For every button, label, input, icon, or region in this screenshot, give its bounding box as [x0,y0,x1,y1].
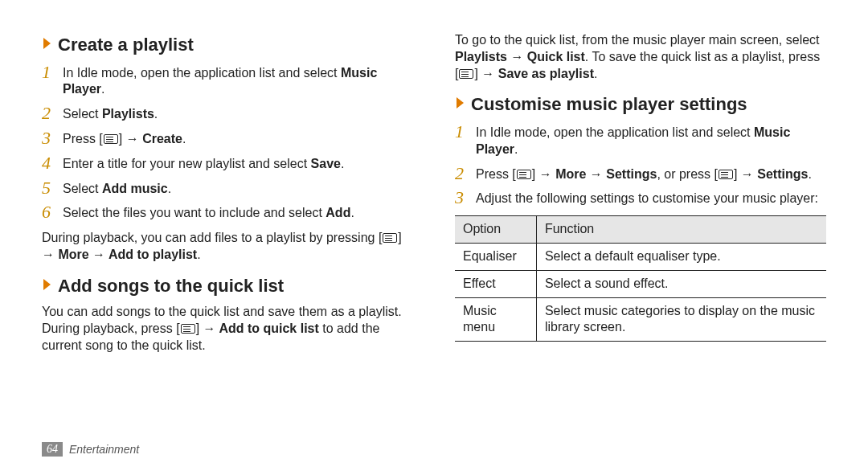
create-playlist-note: During playback, you can add files to a … [42,230,413,264]
quick-list-paragraph: You can add songs to the quick list and … [42,304,413,354]
step-body: Select the files you want to include and… [63,203,413,222]
step: 3 Press [] → Create. [42,129,413,148]
menu-icon [181,324,195,334]
step: 2 Press [] → More → Settings, or press [… [455,165,826,183]
table-row: Equaliser Select a default equaliser typ… [455,243,826,270]
step-body: Select Add music. [63,179,413,198]
customise-steps: 1 In Idle mode, open the application lis… [455,123,826,207]
step: 2 Select Playlists. [42,104,413,123]
cell-option: Equaliser [455,243,536,270]
heading-create-playlist: Create a playlist [42,34,413,57]
step: 1 In Idle mode, open the application lis… [455,123,826,158]
step-body: In Idle mode, open the application list … [476,123,826,158]
step-number: 2 [42,104,63,122]
chevron-right-icon [42,275,53,298]
menu-icon [104,134,118,144]
step-number: 3 [455,189,476,207]
step: 3 Adjust the following settings to custo… [455,189,826,207]
menu-icon [459,69,473,79]
table-row: Effect Select a sound effect. [455,270,826,297]
step: 5 Select Add music. [42,179,413,198]
step: 6 Select the files you want to include a… [42,203,413,222]
step-number: 6 [42,203,63,221]
step-number: 3 [42,129,63,147]
step-body: Enter a title for your new playlist and … [63,154,413,173]
heading-quick-list: Add songs to the quick list [42,275,413,298]
step-number: 1 [42,63,63,81]
step-body: Press [] → More → Settings, or press [] … [476,165,826,183]
step-body: Select Playlists. [63,104,413,123]
step-body: Press [] → Create. [63,129,413,148]
chevron-right-icon [42,34,53,57]
step-number: 5 [42,179,63,197]
cell-function: Select a sound effect. [536,270,826,297]
chevron-right-icon [455,93,466,117]
create-playlist-steps: 1 In Idle mode, open the application lis… [42,63,413,223]
heading-text: Customise music player settings [471,93,747,117]
heading-text: Add songs to the quick list [58,275,284,298]
header-function: Function [536,216,826,244]
step-number: 4 [42,154,63,172]
step-body: Adjust the following settings to customi… [476,189,826,207]
section-label: Entertainment [69,443,139,456]
heading-customise-settings: Customise music player settings [455,93,826,117]
left-column: Create a playlist 1 In Idle mode, open t… [42,31,413,437]
right-column: To go to the quick list, from the music … [455,31,826,437]
step-body: In Idle mode, open the application list … [63,63,413,99]
page-number: 64 [42,442,63,457]
table-row: Music menu Select music categories to di… [455,297,826,342]
page-footer: 64 Entertainment [42,442,826,457]
content-columns: Create a playlist 1 In Idle mode, open t… [42,31,826,437]
cell-function: Select music categories to display on th… [536,297,826,342]
step-number: 1 [455,123,476,141]
menu-icon [383,233,397,243]
step: 1 In Idle mode, open the application lis… [42,63,413,99]
menu-icon [517,170,531,179]
heading-text: Create a playlist [58,34,194,57]
quick-list-nav-paragraph: To go to the quick list, from the music … [455,32,826,82]
header-option: Option [455,216,536,244]
table-header-row: Option Function [455,216,826,244]
settings-table: Option Function Equaliser Select a defau… [455,215,826,342]
menu-icon [719,170,733,179]
cell-option: Effect [455,270,536,297]
step-number: 2 [455,165,476,182]
step: 4 Enter a title for your new playlist an… [42,154,413,173]
cell-function: Select a default equaliser type. [536,243,826,270]
cell-option: Music menu [455,297,536,342]
